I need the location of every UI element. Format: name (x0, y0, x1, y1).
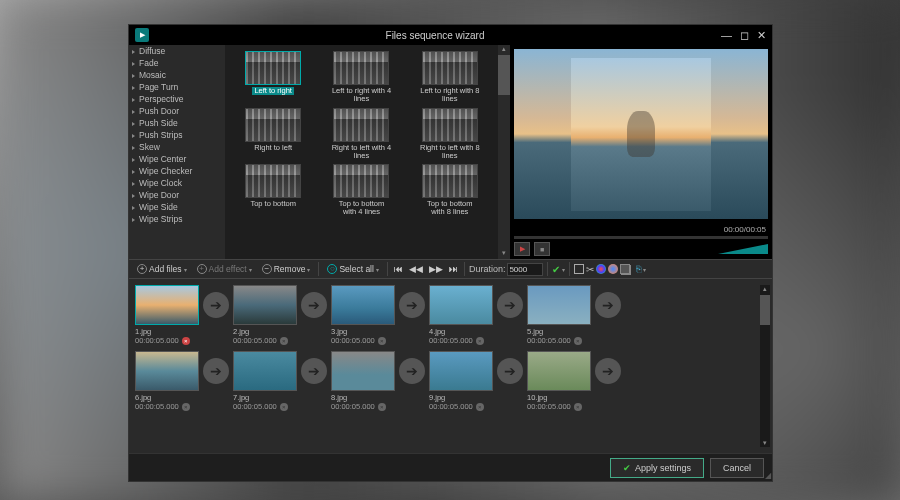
timeline-item-time: 00:00:05.000 (429, 336, 473, 345)
cancel-button[interactable]: Cancel (710, 458, 764, 478)
transition-arrow[interactable]: ➔ (497, 292, 523, 318)
volume-slider[interactable] (718, 244, 768, 254)
add-files-button[interactable]: +Add files▾ (133, 262, 191, 276)
stop-button[interactable]: ■ (534, 242, 550, 256)
cut-icon[interactable]: ✂ (586, 264, 594, 275)
duration-label: Duration: (469, 264, 506, 274)
timeline-item-remove[interactable]: × (476, 337, 484, 345)
sidebar-item-wipe-strips[interactable]: Wipe Strips (129, 213, 225, 225)
sidebar-item-wipe-door[interactable]: Wipe Door (129, 189, 225, 201)
transition-arrow[interactable]: ➔ (301, 358, 327, 384)
transition-thumb[interactable] (422, 51, 478, 85)
transition-thumb[interactable] (333, 164, 389, 198)
go-first-button[interactable]: ⏮ (392, 264, 405, 274)
timeline-item-remove[interactable]: × (182, 403, 190, 411)
sidebar-item-push-strips[interactable]: Push Strips (129, 129, 225, 141)
timeline-item-time: 00:00:05.000 (233, 402, 277, 411)
sidebar-item-wipe-center[interactable]: Wipe Center (129, 153, 225, 165)
play-button[interactable]: ▶ (514, 242, 530, 256)
resize-grip-icon[interactable]: ◢ (765, 471, 771, 480)
add-effect-button[interactable]: +Add effect▾ (193, 262, 256, 276)
transition-label: Right to left with 8 lines (420, 144, 480, 161)
transition-arrow[interactable]: ➔ (595, 358, 621, 384)
timeline-thumb[interactable] (135, 351, 199, 391)
transition-arrow[interactable]: ➔ (399, 358, 425, 384)
timeline-item-time: 00:00:05.000 (331, 402, 375, 411)
timeline-item-time: 00:00:05.000 (233, 336, 277, 345)
timeline-item-remove[interactable]: × (574, 337, 582, 345)
sidebar-item-page-turn[interactable]: Page Turn (129, 81, 225, 93)
crop-icon[interactable] (574, 264, 584, 274)
transition-arrow[interactable]: ➔ (203, 292, 229, 318)
sidebar-item-wipe-side[interactable]: Wipe Side (129, 201, 225, 213)
timeline-item-time: 00:00:05.000 (527, 402, 571, 411)
timeline-thumb[interactable] (527, 285, 591, 325)
sidebar-item-wipe-clock[interactable]: Wipe Clock (129, 177, 225, 189)
export-button[interactable]: ⎘▾ (632, 262, 650, 276)
sidebar-item-mosaic[interactable]: Mosaic (129, 69, 225, 81)
transition-thumb[interactable] (422, 164, 478, 198)
transition-label: Left to right with 4 lines (331, 87, 391, 104)
timeline-thumb[interactable] (331, 285, 395, 325)
sidebar-item-fade[interactable]: Fade (129, 57, 225, 69)
transition-label: Top to bottom with 4 lines (331, 200, 391, 217)
timeline-thumb[interactable] (233, 351, 297, 391)
timeline-item-remove[interactable]: × (280, 337, 288, 345)
transition-thumb[interactable] (245, 51, 301, 85)
timeline-item-remove[interactable]: × (378, 403, 386, 411)
transition-arrow[interactable]: ➔ (595, 292, 621, 318)
timeline-thumb[interactable] (331, 351, 395, 391)
transition-thumb[interactable] (333, 108, 389, 142)
transitions-scrollbar[interactable]: ▴ ▾ (498, 45, 510, 259)
sidebar-item-diffuse[interactable]: Diffuse (129, 45, 225, 57)
color-effects-icon[interactable] (596, 264, 606, 274)
minimize-button[interactable]: — (721, 29, 732, 42)
sidebar-item-push-door[interactable]: Push Door (129, 105, 225, 117)
timeline-scrollbar[interactable]: ▴ ▾ (760, 285, 770, 447)
preview-panel: 00:00/00:05 ▶ ■ (510, 45, 772, 259)
transition-grid-panel: Left to rightLeft to right with 4 linesL… (225, 45, 510, 259)
sidebar-item-perspective[interactable]: Perspective (129, 93, 225, 105)
timeline-thumb[interactable] (527, 351, 591, 391)
transition-thumb[interactable] (245, 108, 301, 142)
sidebar-item-skew[interactable]: Skew (129, 141, 225, 153)
sidebar-item-push-side[interactable]: Push Side (129, 117, 225, 129)
timeline-toolbar: +Add files▾ +Add effect▾ −Remove▾ ○Selec… (129, 259, 772, 279)
select-all-button[interactable]: ○Select all▾ (323, 262, 383, 276)
timeline-item-name: 6.jpg (135, 393, 199, 402)
timeline-item-remove[interactable]: × (378, 337, 386, 345)
timeline-thumb[interactable] (233, 285, 297, 325)
maximize-button[interactable]: ◻ (740, 29, 749, 42)
timeline-item-name: 5.jpg (527, 327, 591, 336)
duration-input[interactable] (507, 263, 543, 276)
transition-categories: DiffuseFadeMosaicPage TurnPerspectivePus… (129, 45, 225, 259)
timeline-thumb[interactable] (429, 351, 493, 391)
remove-button[interactable]: −Remove▾ (258, 262, 315, 276)
confirm-icon[interactable]: ✔ (552, 264, 560, 275)
titlebar: ▶ Files sequence wizard — ◻ ✕ (129, 25, 772, 45)
timeline-item-remove[interactable]: × (182, 337, 190, 345)
transition-thumb[interactable] (245, 164, 301, 198)
go-last-button[interactable]: ⏭ (447, 264, 460, 274)
transition-label: Right to left (254, 144, 292, 152)
timeline-item-remove[interactable]: × (280, 403, 288, 411)
transition-arrow[interactable]: ➔ (301, 292, 327, 318)
go-prev-button[interactable]: ◀◀ (407, 264, 425, 274)
duplicate-icon[interactable] (620, 264, 630, 274)
timeline-thumb[interactable] (135, 285, 199, 325)
effects-icon[interactable] (608, 264, 618, 274)
sidebar-item-wipe-checker[interactable]: Wipe Checker (129, 165, 225, 177)
timeline-item-time: 00:00:05.000 (135, 402, 179, 411)
timeline-item-time: 00:00:05.000 (527, 336, 571, 345)
close-button[interactable]: ✕ (757, 29, 766, 42)
timeline-thumb[interactable] (429, 285, 493, 325)
transition-thumb[interactable] (333, 51, 389, 85)
transition-arrow[interactable]: ➔ (399, 292, 425, 318)
transition-thumb[interactable] (422, 108, 478, 142)
timeline-item-remove[interactable]: × (574, 403, 582, 411)
apply-settings-button[interactable]: ✔Apply settings (610, 458, 704, 478)
timeline-item-remove[interactable]: × (476, 403, 484, 411)
transition-arrow[interactable]: ➔ (203, 358, 229, 384)
go-next-button[interactable]: ▶▶ (427, 264, 445, 274)
transition-arrow[interactable]: ➔ (497, 358, 523, 384)
